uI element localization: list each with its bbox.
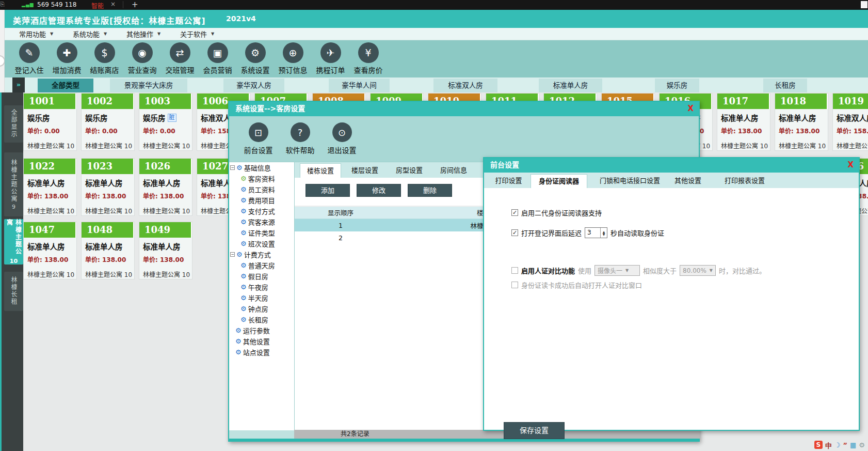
tree-item[interactable]: − ⚙ 长租房 [229, 314, 294, 325]
enable-reader-checkbox[interactable]: ✓ [511, 209, 518, 216]
tree-item-label: 半天房 [248, 293, 268, 303]
tree-item[interactable]: − ⚙ 假日房 [229, 271, 294, 282]
tray-icon[interactable]: ▦ [850, 441, 856, 449]
room-type-tab[interactable]: 标准单人房 [539, 79, 602, 92]
room-type-tab[interactable]: 标准双人房 [433, 79, 497, 92]
tray-icon[interactable]: 中 [825, 440, 832, 450]
menu-item[interactable]: 其他操作 ▼ [126, 29, 178, 39]
tree-item[interactable]: − ⚙ 其他设置 [229, 336, 294, 347]
close-icon[interactable]: X [687, 102, 694, 116]
menu-item[interactable]: 常用功能 ▼ [19, 29, 71, 39]
window-control[interactable] [861, 1, 867, 8]
room-card[interactable]: 1022 标准单人房 单价: 138.00 林槺主题公寓 10 [23, 158, 77, 216]
tray-icon[interactable]: ” [843, 441, 848, 449]
menu-item[interactable]: 关于软件 ▼ [180, 29, 232, 39]
toolbar-button[interactable]: ⚙ 系统设置 [236, 40, 274, 77]
save-settings-button[interactable]: 保存设置 [504, 422, 565, 439]
tree-item[interactable]: − ⚙ 班次设置 [229, 238, 294, 249]
room-card[interactable]: 1047 标准单人房 单价: 138.00 林槺主题公寓 10 [23, 222, 77, 279]
front-dialog-tab[interactable]: 其他设置 [665, 174, 711, 188]
room-card[interactable]: 1026 标准单人房 单价: 138.00 林槺主题公寓 10 [139, 158, 192, 216]
face-compare-checkbox[interactable] [511, 267, 518, 274]
menu-item[interactable]: 系统功能 ▼ [73, 29, 124, 39]
table-action-button[interactable]: 修改 [357, 184, 401, 197]
sidebar-building-item[interactable]: 林槺长租 [4, 272, 23, 311]
room-dialog-tab[interactable]: 楼层设置 [344, 163, 385, 178]
room-card[interactable]: 1023 标准单人房 单价: 138.00 林槺主题公寓 10 [81, 158, 135, 216]
toolbar-button[interactable]: ✎ 登记入住 [10, 40, 48, 77]
tab-close-icon[interactable]: × [110, 1, 116, 8]
sidebar-building-item[interactable]: 林槺主题公寓 10 [4, 219, 23, 265]
table-action-button[interactable]: 删除 [408, 184, 452, 197]
tray-icon[interactable]: ☽ [834, 441, 841, 449]
tree-expander-icon[interactable]: − [230, 252, 235, 257]
tree-item[interactable]: − ⚙ 支付方式 [229, 206, 294, 216]
room-card[interactable]: 1017 标准单人房 单价: 138.00 林槺主题公寓 10 [717, 93, 770, 151]
tree-item[interactable]: − ⚙ 员工资料 [229, 184, 294, 195]
delay-seconds-stepper[interactable]: 3 ▲ ▼ [585, 227, 607, 238]
tree-item[interactable]: − ⚙ 费用项目 [229, 195, 294, 206]
tree-item[interactable]: − ⚙ 午夜房 [229, 282, 294, 292]
room-card[interactable]: 1019 标准双人房 单价: 158.00 林槺主题公寓 10 [832, 93, 868, 151]
toolbar-button[interactable]: ▣ 会员营销 [199, 40, 236, 77]
room-type: 标准双人房 [837, 112, 868, 123]
room-dialog-tab[interactable]: 楼栋设置 [300, 163, 341, 178]
front-dialog-tab[interactable]: 打印设置 [487, 174, 531, 188]
new-tab-button[interactable]: + [132, 0, 138, 9]
toolbar-button[interactable]: ¥ 查看房价 [349, 40, 387, 77]
tree-item[interactable]: − ⚙ 钟点房 [229, 303, 294, 314]
toolbar-button[interactable]: $ 结账离店 [86, 40, 123, 77]
room-type-tab[interactable]: 长租房 [763, 79, 807, 92]
tray-icon[interactable]: ⚙ [859, 441, 865, 449]
room-dialog-tab[interactable]: 房型设置 [389, 163, 430, 178]
delay-read-checkbox[interactable]: ✓ [511, 229, 518, 236]
close-icon[interactable]: X [847, 158, 854, 172]
room-card[interactable]: 1002 娱乐房 单价: 0.00 林槺主题公寓 10 [81, 93, 135, 151]
room-card[interactable]: 1048 标准单人房 单价: 138.00 林槺主题公寓 10 [81, 222, 135, 279]
front-dialog-tab[interactable]: 门锁和电话接口设置 [587, 174, 672, 188]
room-type-tab[interactable]: 豪华双人房 [223, 79, 284, 92]
sidebar-building-item[interactable]: 全部显示 [4, 105, 23, 143]
sidebar-building-item[interactable]: 林槺主题公寓 9 [4, 152, 23, 216]
tree-item[interactable]: − ⚙ 站点设置 [229, 347, 294, 357]
tree-item[interactable]: − ⚙ 证件类型 [229, 227, 294, 238]
tree-item[interactable]: − ⚙ 客房资料 [229, 173, 294, 184]
room-card[interactable]: 1003 娱乐房 脏 单价: 0.00 林槺主题公寓 10 [139, 93, 192, 151]
room-type-tab[interactable]: 全部类型 [38, 79, 93, 92]
stepper-down-icon[interactable]: ▼ [603, 233, 605, 236]
tree-expander-icon[interactable]: − [230, 165, 235, 170]
similarity-select[interactable]: 80.00% ▼ [680, 265, 716, 276]
front-dialog-tab[interactable]: 身份证阅读器 [531, 174, 587, 188]
dialog-toolbar-button[interactable]: ? 软件帮助 [279, 116, 321, 162]
tree-item[interactable]: − ⚙ 宾客来源 [229, 216, 294, 227]
dialog-toolbar-button[interactable]: ⊙ 退出设置 [321, 116, 363, 162]
room-type-tab[interactable]: 豪华单人间 [329, 79, 390, 92]
browser-tab-title[interactable]: 569 549 118 [37, 1, 76, 8]
dialog-toolbar-button[interactable]: ⊡ 前台设置 [237, 116, 279, 162]
front-dialog-tab[interactable]: 打印报表设置 [711, 174, 778, 188]
tree-item[interactable]: − ⚙ 计费方式 [229, 249, 294, 260]
main-toolbar: ✎ 登记入住 ✚ 增加消费 $ 结账离店 ◉ 营业查询 ⇄ 交班管理 ▣ 会员营… [5, 40, 868, 77]
room-card[interactable]: 1001 娱乐房 单价: 0.00 林槺主题公寓 10 [23, 93, 77, 151]
tree-item[interactable]: − ⚙ 半天房 [229, 292, 294, 303]
room-card[interactable]: 1018 标准单人房 单价: 138.00 林槺主题公寓 10 [775, 93, 828, 151]
tree-item[interactable]: − ⚙ 运行参数 [229, 325, 294, 336]
table-action-button[interactable]: 添加 [306, 184, 350, 197]
collapse-sidebar-icon[interactable]: » [12, 77, 25, 92]
room-dialog-tab[interactable]: 房间信息 [433, 163, 474, 178]
tree-item[interactable]: − ⚙ 普通天房 [229, 260, 294, 271]
toolbar-button[interactable]: ⊕ 预订信息 [274, 40, 312, 77]
toolbar-button[interactable]: ⇄ 交班管理 [161, 40, 199, 77]
system-settings-icon: ⚙ [245, 42, 266, 63]
auto-open-compare-checkbox[interactable] [511, 282, 518, 288]
room-type-tab[interactable]: 景观豪华大床房 [110, 79, 187, 92]
room-type-tab[interactable]: 娱乐房 [655, 79, 699, 92]
room-card[interactable]: 1049 标准单人房 单价: 138.00 林槺主题公寓 10 [139, 222, 192, 279]
tray-icon[interactable]: S [814, 441, 823, 449]
toolbar-button[interactable]: ✚ 增加消费 [48, 40, 86, 77]
delay-seconds-value[interactable]: 3 [585, 228, 600, 238]
tree-item[interactable]: − ⚙ 基础信息 [229, 162, 294, 173]
camera-select[interactable]: 摄像头一 ▼ [594, 265, 640, 276]
toolbar-button[interactable]: ◉ 营业查询 [123, 40, 161, 77]
toolbar-button[interactable]: ✈ 携程订单 [312, 40, 349, 77]
